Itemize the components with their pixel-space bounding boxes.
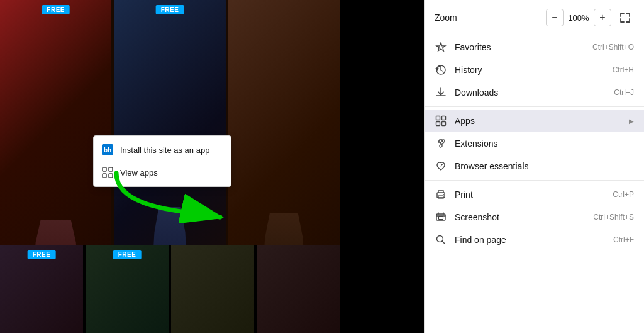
svg-rect-8	[436, 122, 440, 126]
favorites-label: Favorites	[455, 42, 585, 52]
apps-submenu-arrow: ▶	[629, 118, 634, 125]
history-label: History	[455, 65, 605, 75]
find-icon	[435, 234, 447, 246]
apps-grid-icon	[435, 115, 447, 127]
tools-section: Apps ▶ Extensions Browser essenti	[425, 107, 644, 181]
zoom-controls: − 100% +	[546, 9, 611, 26]
screenshot-label: Screenshot	[455, 212, 586, 222]
print-label: Print	[455, 189, 605, 200]
bottom-poster-4	[257, 245, 340, 333]
view-apps-label: View apps	[120, 168, 158, 178]
downloads-shortcut: Ctrl+J	[614, 88, 634, 97]
free-badge-2: FREE	[156, 5, 184, 14]
install-app-label: Install this site as an app	[120, 145, 209, 155]
view-apps-item[interactable]: View apps	[94, 161, 231, 184]
page-tools-section: Print Ctrl+P Screenshot Ctrl+Shift+S	[425, 181, 644, 254]
view-apps-grid-icon	[101, 166, 114, 179]
free-badge-bottom-1: FREE	[28, 250, 56, 259]
svg-rect-2	[103, 174, 106, 178]
zoom-section: Zoom − 100% +	[425, 3, 644, 33]
downloads-menu-item[interactable]: Downloads Ctrl+J	[425, 81, 644, 104]
svg-rect-3	[109, 174, 113, 178]
zoom-value: 100%	[566, 13, 591, 23]
bottom-poster-1: FREE	[0, 245, 83, 333]
favorites-icon	[435, 41, 447, 54]
app-blue-icon: bh	[101, 144, 114, 156]
bottom-poster-2: FREE	[86, 245, 169, 333]
svg-rect-6	[436, 116, 440, 120]
svg-rect-0	[103, 167, 106, 171]
apps-menu-item[interactable]: Apps ▶	[425, 110, 644, 132]
nav-section: Favorites Ctrl+Shift+O History Ctrl+H	[425, 33, 644, 107]
svg-rect-9	[442, 122, 446, 126]
zoom-row: Zoom − 100% +	[425, 5, 644, 30]
screenshot-menu-item[interactable]: Screenshot Ctrl+Shift+S	[425, 206, 644, 229]
zoom-label: Zoom	[435, 13, 541, 23]
svg-rect-15	[439, 217, 443, 220]
browser-essentials-menu-item[interactable]: Browser essentials	[425, 155, 644, 178]
browser-essentials-icon	[435, 160, 447, 172]
zoom-plus-button[interactable]: +	[594, 9, 611, 26]
install-app-item[interactable]: bh Install this site as an app	[94, 138, 231, 161]
history-icon	[435, 64, 447, 76]
history-menu-item[interactable]: History Ctrl+H	[425, 59, 644, 81]
favorites-shortcut: Ctrl+Shift+O	[592, 43, 634, 52]
find-label: Find on page	[455, 235, 606, 245]
svg-point-13	[443, 194, 444, 195]
sub-context-menu: bh Install this site as an app View apps	[93, 135, 231, 187]
favorites-menu-item[interactable]: Favorites Ctrl+Shift+O	[425, 36, 644, 59]
print-icon	[435, 188, 447, 201]
screenshot-icon	[435, 211, 447, 223]
free-badge-bottom-2: FREE	[113, 250, 142, 259]
download-icon	[435, 86, 447, 99]
extensions-icon	[435, 137, 447, 150]
print-menu-item[interactable]: Print Ctrl+P	[425, 183, 644, 206]
svg-point-10	[442, 140, 445, 142]
downloads-label: Downloads	[455, 87, 606, 98]
bottom-posters-row: FREE FREE	[0, 245, 340, 333]
find-on-page-menu-item[interactable]: Find on page Ctrl+F	[425, 229, 644, 251]
browser-essentials-label: Browser essentials	[455, 161, 634, 171]
extensions-menu-item[interactable]: Extensions	[425, 132, 644, 155]
free-badge-1: FREE	[42, 5, 70, 14]
fullscreen-button[interactable]	[616, 9, 634, 26]
main-context-menu: Zoom − 100% + Favorites Ctrl+Shift+O	[424, 0, 644, 333]
print-shortcut: Ctrl+P	[613, 190, 634, 199]
extensions-label: Extensions	[455, 138, 634, 149]
find-shortcut: Ctrl+F	[613, 235, 634, 244]
history-shortcut: Ctrl+H	[613, 65, 634, 74]
apps-label: Apps	[455, 116, 619, 126]
svg-rect-7	[442, 116, 446, 120]
zoom-minus-button[interactable]: −	[546, 9, 564, 26]
svg-rect-1	[109, 167, 113, 171]
bottom-poster-3	[171, 245, 254, 333]
screenshot-shortcut: Ctrl+Shift+S	[593, 213, 634, 222]
